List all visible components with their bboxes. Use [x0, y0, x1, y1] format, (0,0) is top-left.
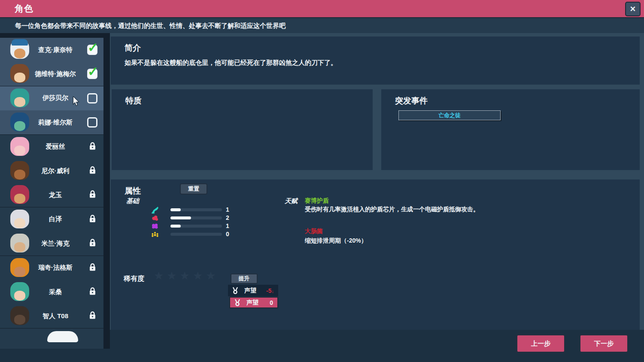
lock-icon	[88, 310, 97, 322]
character-row[interactable]: 莉娜·维尔斯	[0, 110, 103, 134]
stat-value: 1	[226, 222, 229, 229]
select-checkbox[interactable]	[87, 117, 97, 128]
talent-label: 天赋	[285, 197, 298, 205]
next-step-button[interactable]: 下一步	[579, 334, 629, 353]
character-list: 查克·康奈特✓德维特·施梅尔✓伊莎贝尔莉娜·维尔斯爱丽丝尼尔·威利龙玉白泽米兰·…	[0, 33, 110, 349]
subtitle-text: 每一位角色都会带来不同的故事线，通过他们的生世、性情、处事去不断了解和适应这个世…	[15, 18, 286, 33]
stat-row: 2	[111, 214, 368, 222]
stat-bar-fill	[170, 216, 191, 219]
avatar	[10, 210, 30, 229]
character-row[interactable]: 瑞奇·法格斯	[0, 256, 103, 280]
character-row[interactable]: 伊莎贝尔	[0, 86, 103, 110]
stat-bar-fill	[170, 225, 181, 228]
character-row[interactable]: 尼尔·威利	[0, 159, 103, 183]
lock-icon	[88, 214, 97, 225]
avatar	[10, 185, 30, 205]
rarity-stars: ★★★★★	[154, 269, 219, 283]
character-name: 采桑	[30, 288, 81, 296]
brain-icon	[151, 222, 159, 230]
lock-icon	[88, 165, 97, 176]
character-name: 德维特·施梅尔	[30, 70, 81, 78]
dialog-header: 角色 ×	[0, 0, 644, 18]
character-name: 莉娜·维尔斯	[30, 119, 81, 127]
character-name: 查克·康奈特	[30, 46, 81, 54]
avatar	[10, 64, 30, 84]
check-icon: ✓	[88, 64, 98, 79]
intro-panel: 简介 如果不是躲在这艘船的底仓里，他可能已经死在了那群凶煞之人的刀下了。	[111, 37, 640, 85]
stat-bar-track	[170, 208, 222, 211]
medal-icon	[231, 287, 239, 295]
mouse-cursor	[72, 96, 80, 106]
close-icon[interactable]: ×	[625, 2, 641, 16]
subtitle-strip: 每一位角色都会带来不同的故事线，通过他们的生世、性情、处事去不断了解和适应这个世…	[0, 18, 644, 33]
character-row[interactable]: 龙玉	[0, 183, 103, 207]
character-name: 尼尔·威利	[30, 167, 81, 175]
character-name: 瑞奇·法格斯	[30, 264, 81, 272]
lock-icon	[88, 189, 97, 201]
character-row[interactable]: 米兰·海克	[0, 231, 103, 256]
prev-step-button[interactable]: 上一步	[516, 334, 565, 353]
upgrade-cost-row: 声望0	[229, 297, 278, 308]
rarity-label: 稀有度	[124, 274, 144, 283]
avatar	[10, 161, 30, 181]
avatar	[10, 137, 30, 157]
stat-bar-track	[170, 225, 222, 228]
stat-value: 0	[226, 231, 229, 237]
attributes-panel: 属性 重置 基础 1210 天赋 赛博护盾 受伤时有几率激活植入的护盾芯片，生成…	[111, 179, 640, 330]
lock-icon	[88, 286, 97, 298]
cost-label: 声望	[246, 299, 258, 307]
stat-bar-track	[170, 216, 222, 219]
stat-bar-track	[170, 233, 222, 236]
character-name: 爱丽丝	[30, 143, 81, 151]
character-row[interactable]: 白泽	[0, 207, 103, 231]
character-name: 龙玉	[30, 191, 81, 199]
base-label: 基础	[126, 197, 139, 205]
events-title: 突发事件	[395, 95, 428, 106]
event-item-button[interactable]: 亡命之徒	[398, 110, 501, 120]
character-row[interactable]: 智人 T08	[0, 304, 103, 328]
select-checkbox[interactable]: ✓	[87, 45, 97, 55]
traits-panel: 特质	[112, 89, 373, 170]
character-dialog: 角色 × 每一位角色都会带来不同的故事线，通过他们的生世、性情、处事去不断了解和…	[0, 0, 644, 362]
avatar	[10, 113, 30, 132]
cost-label: 声望	[244, 287, 256, 295]
avatar	[10, 234, 30, 253]
talent-debuff-desc: 缩短排泄周期（-20%）	[305, 237, 367, 245]
stat-value: 1	[226, 206, 229, 213]
avatar	[10, 40, 30, 60]
talent-debuff-name: 大肠菌	[305, 228, 323, 235]
avatar	[10, 88, 30, 108]
character-name: 米兰·海克	[30, 240, 81, 248]
character-row[interactable]: 爱丽丝	[0, 135, 103, 159]
intro-title: 简介	[125, 43, 141, 54]
lock-icon	[88, 262, 97, 274]
character-row[interactable]: 查克·康奈特✓	[0, 38, 103, 62]
cost-value: 0	[270, 299, 273, 306]
upgrade-button[interactable]: 提升	[231, 274, 258, 284]
attributes-title: 属性	[125, 186, 141, 197]
select-checkbox[interactable]	[87, 93, 97, 103]
avatar	[10, 282, 30, 302]
social-icon	[151, 231, 159, 238]
character-name: 智人 T08	[30, 312, 81, 320]
lock-icon	[88, 141, 97, 152]
medal-icon	[234, 299, 241, 307]
lock-icon	[88, 238, 97, 249]
check-icon: ✓	[88, 40, 98, 55]
upgrade-cost-row: 声望-5↓	[228, 285, 278, 296]
agility-icon	[151, 206, 159, 214]
avatar	[47, 331, 78, 342]
reset-button[interactable]: 重置	[180, 183, 207, 195]
stat-row: 1	[111, 222, 368, 230]
character-row[interactable]: 德维特·施梅尔✓	[0, 62, 103, 86]
page-title: 角色	[15, 0, 33, 17]
intro-body: 如果不是躲在这艘船的底仓里，他可能已经死在了那群凶煞之人的刀下了。	[125, 59, 337, 67]
select-checkbox[interactable]: ✓	[87, 69, 97, 79]
events-panel: 突发事件 亡命之徒	[381, 89, 640, 170]
talent-buff-desc: 受伤时有几率激活植入的护盾芯片，生成一个电磁护盾抵御攻击。	[305, 206, 479, 213]
talent-buff-name: 赛博护盾	[305, 197, 329, 205]
character-row[interactable]: 采桑	[0, 280, 103, 304]
cost-value: -5↓	[266, 287, 274, 294]
character-name: 白泽	[30, 215, 81, 223]
character-row[interactable]	[0, 329, 103, 349]
